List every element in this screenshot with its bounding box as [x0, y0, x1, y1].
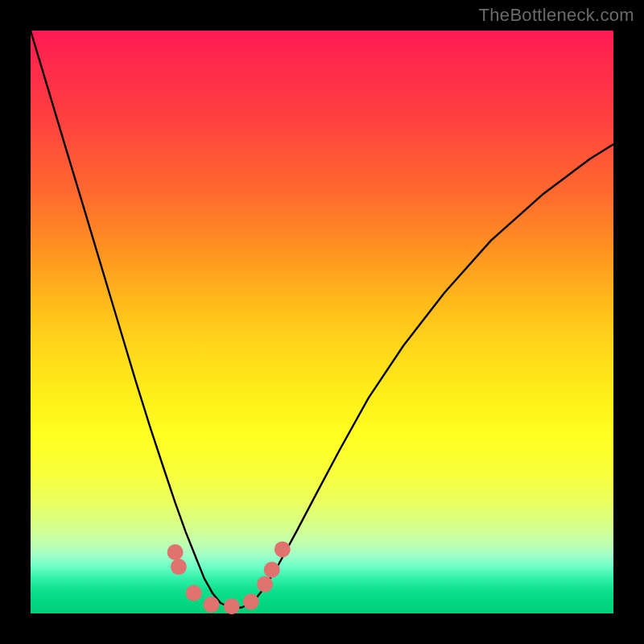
highlight-dot	[275, 541, 291, 557]
bottleneck-curve	[31, 31, 613, 608]
highlight-dot	[224, 598, 240, 614]
chart-svg	[31, 31, 613, 613]
highlight-dot	[203, 597, 219, 613]
watermark-text: TheBottleneck.com	[479, 5, 634, 26]
highlight-dot	[171, 559, 187, 575]
highlight-dots	[167, 541, 291, 614]
plot-area	[31, 31, 613, 613]
highlight-dot	[264, 562, 280, 578]
highlight-dot	[257, 576, 273, 592]
highlight-dot	[243, 594, 259, 610]
highlight-dot	[167, 544, 184, 560]
highlight-dot	[186, 585, 202, 601]
chart-frame: TheBottleneck.com	[0, 0, 644, 644]
